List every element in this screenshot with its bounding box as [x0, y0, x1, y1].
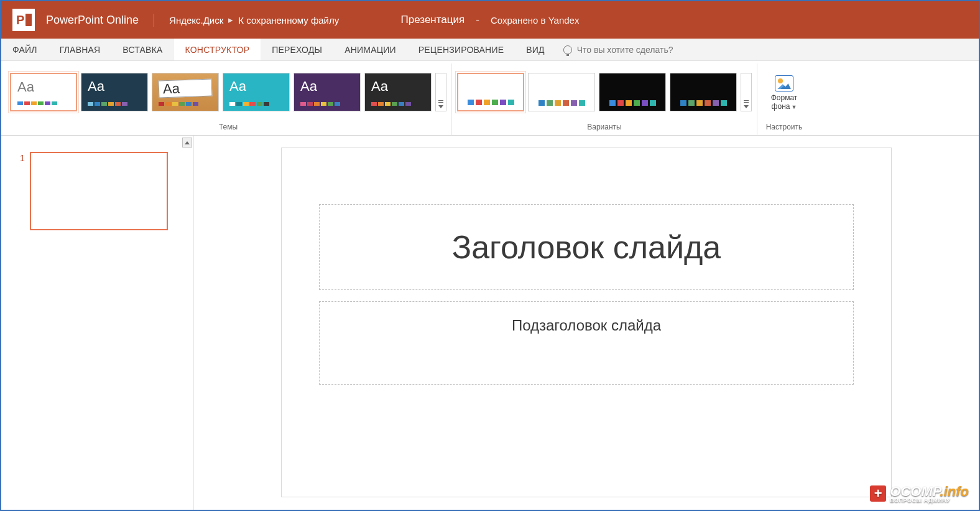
document-info: Презентация - Сохранено в Yandex	[401, 14, 580, 26]
group-label-themes: Темы	[219, 120, 238, 135]
ribbon-design: AaAaAaAaAaAa Темы Варианты Формат фона▼ …	[1, 61, 979, 136]
theme-sample-text: Aa	[159, 78, 213, 98]
theme-swatches	[371, 102, 425, 106]
theme-swatches	[159, 102, 212, 106]
theme-swatches	[229, 102, 283, 106]
group-customize: Формат фона▼ Настроить	[757, 63, 811, 135]
slide-thumbnails-pane: 1	[1, 136, 194, 510]
theme-sample-text: Aa	[300, 80, 354, 93]
group-variants: Варианты	[452, 63, 757, 135]
plus-icon: +	[870, 485, 886, 502]
theme-thumb-3[interactable]: Aa	[223, 73, 290, 111]
breadcrumb-location[interactable]: Яндекс.Диск	[169, 15, 223, 26]
theme-swatches	[88, 102, 141, 106]
slide-canvas[interactable]: Заголовок слайда Подзаголовок слайда	[282, 148, 891, 497]
breadcrumb-file[interactable]: К сохраненному файлу	[238, 15, 339, 26]
theme-sample-text: Aa	[88, 80, 141, 93]
theme-swatches	[17, 101, 70, 105]
tell-me-search[interactable]: Что вы хотите сделать?	[563, 45, 673, 55]
theme-thumb-1[interactable]: Aa	[81, 73, 148, 111]
themes-more-button[interactable]	[435, 73, 446, 111]
slide-number: 1	[20, 153, 25, 163]
background-format-button[interactable]: Формат фона▼	[762, 73, 806, 110]
workspace: 1 Заголовок слайда Подзаголовок слайда	[1, 136, 979, 510]
variant-swatches	[680, 100, 727, 106]
variant-thumb-2[interactable]	[599, 73, 666, 111]
theme-swatches	[300, 102, 354, 106]
variant-thumb-0[interactable]	[457, 73, 524, 111]
background-format-icon	[775, 75, 793, 91]
variant-swatches	[609, 100, 656, 106]
theme-sample-text: Aa	[371, 80, 425, 93]
theme-thumb-0[interactable]: Aa	[10, 73, 77, 111]
theme-sample-text: Aa	[229, 80, 283, 93]
save-status: Сохранено в Yandex	[491, 15, 580, 26]
tell-me-placeholder: Что вы хотите сделать?	[577, 45, 673, 55]
variant-thumb-3[interactable]	[670, 73, 737, 111]
chevron-down-icon: ▼	[791, 104, 797, 110]
lightbulb-icon	[563, 45, 572, 54]
theme-sample-text: Aa	[17, 80, 70, 94]
title-bar: PowerPoint Online Яндекс.Диск ▸ К сохран…	[1, 1, 979, 39]
scroll-up-button[interactable]	[182, 138, 192, 148]
tab-insert[interactable]: ВСТАВКА	[111, 39, 173, 60]
document-name[interactable]: Презентация	[401, 14, 465, 26]
variant-swatches	[539, 100, 585, 106]
powerpoint-icon	[12, 9, 35, 31]
chevron-down-icon	[744, 105, 749, 108]
ribbon-tabs: ФАЙЛ ГЛАВНАЯ ВСТАВКА КОНСТРУКТОР ПЕРЕХОД…	[1, 39, 979, 61]
breadcrumb: Яндекс.Диск ▸ К сохраненному файлу	[169, 14, 339, 26]
theme-thumb-4[interactable]: Aa	[294, 73, 361, 111]
triangle-up-icon	[185, 141, 190, 144]
chevron-right-icon: ▸	[228, 14, 233, 26]
variants-more-button[interactable]	[741, 73, 752, 111]
group-label-customize: Настроить	[766, 120, 803, 135]
tab-view[interactable]: ВИД	[515, 39, 555, 60]
tab-transitions[interactable]: ПЕРЕХОДЫ	[261, 39, 333, 60]
slide-thumbnail-1[interactable]	[30, 152, 168, 230]
theme-thumb-5[interactable]: Aa	[364, 73, 432, 111]
svg-rect-0	[25, 14, 32, 22]
variant-thumb-1[interactable]	[528, 73, 595, 111]
app-title: PowerPoint Online	[46, 14, 154, 27]
slide-canvas-pane: Заголовок слайда Подзаголовок слайда	[194, 136, 979, 510]
group-label-variants: Варианты	[587, 120, 621, 135]
tab-file[interactable]: ФАЙЛ	[1, 39, 49, 60]
title-placeholder[interactable]: Заголовок слайда	[319, 204, 854, 290]
theme-thumb-2[interactable]: Aa	[152, 73, 219, 111]
tab-review[interactable]: РЕЦЕНЗИРОВАНИЕ	[407, 39, 515, 60]
tab-animations[interactable]: АНИМАЦИИ	[333, 39, 407, 60]
subtitle-placeholder[interactable]: Подзаголовок слайда	[319, 301, 854, 385]
group-themes: AaAaAaAaAaAa Темы	[5, 63, 452, 135]
variant-swatches	[468, 100, 514, 105]
watermark: + OCOMP.info ВОПРОСЫ АДМИНУ	[870, 484, 969, 504]
tab-home[interactable]: ГЛАВНАЯ	[49, 39, 112, 60]
chevron-down-icon	[438, 105, 443, 108]
tab-design[interactable]: КОНСТРУКТОР	[174, 39, 261, 60]
